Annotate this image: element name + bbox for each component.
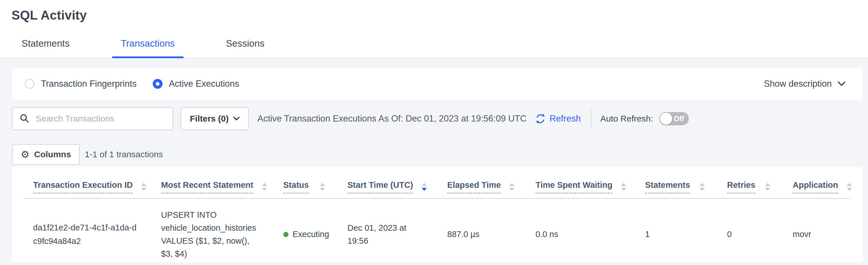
sort-icon[interactable] [700,183,705,191]
sort-icon[interactable] [320,183,325,191]
cell-retries: 0 [718,198,783,262]
radio-unselected-icon[interactable] [25,79,34,89]
sort-icon[interactable] [847,183,852,191]
table-header-row: Transaction Execution ID Most Recent Sta… [24,167,851,198]
sort-icon[interactable] [262,183,267,191]
radio-active-executions[interactable]: Active Executions [153,79,239,89]
col-header-elapsed-time[interactable]: Elapsed Time [438,167,526,198]
col-header-most-recent-statement[interactable]: Most Recent Statement [152,167,274,198]
refresh-button[interactable]: Refresh [535,113,581,125]
sort-icon-active-desc[interactable] [422,183,427,191]
col-header-application[interactable]: Application [783,167,851,198]
view-toggle-card: Transaction Fingerprints Active Executio… [12,68,862,100]
search-box[interactable] [12,107,173,130]
status-label: Executing [292,228,329,241]
col-header-time-spent-waiting[interactable]: Time Spent Waiting [526,167,636,198]
tab-transactions[interactable]: Transactions [112,38,184,58]
radio-transaction-fingerprints[interactable]: Transaction Fingerprints [25,79,136,89]
show-description-button[interactable]: Show description [764,79,845,89]
show-description-label: Show description [764,79,832,89]
refresh-label: Refresh [550,113,581,124]
cell-most-recent-statement: UPSERT INTO vehicle_location_histories V… [152,198,274,262]
cell-elapsed-time: 887.0 µs [438,198,526,262]
chevron-down-icon [838,81,845,86]
cell-transaction-execution-id[interactable]: da1f21e2-de71-4c1f-a1da-dc9fc94a84a2 [24,198,152,262]
radio-selected-icon[interactable] [153,79,162,89]
sort-icon[interactable] [509,183,515,191]
filters-label: Filters (0) [190,114,229,124]
col-header-start-time[interactable]: Start Time (UTC) [338,167,438,198]
auto-refresh-toggle[interactable]: Off [659,112,689,125]
toggle-knob[interactable] [660,113,672,125]
search-input[interactable] [36,114,166,124]
cell-time-spent-waiting: 0.0 ns [526,198,636,262]
result-count: 1-1 of 1 transactions [85,150,163,159]
page-header: SQL Activity Statements Transactions Ses… [0,0,868,58]
tab-statements[interactable]: Statements [13,38,78,58]
cell-status: Executing [274,198,338,262]
as-of-timestamp: Active Transaction Executions As Of: Dec… [257,113,527,124]
cell-start-time: Dec 01, 2023 at 19:56 [338,198,438,262]
gear-icon: ⚙ [21,150,29,159]
cell-application: movr [783,198,851,262]
sort-icon[interactable] [765,183,770,191]
table-controls: ⚙ Columns 1-1 of 1 transactions [12,144,862,165]
columns-button[interactable]: ⚙ Columns [12,144,80,165]
tab-sessions[interactable]: Sessions [217,38,273,58]
table-row[interactable]: da1f21e2-de71-4c1f-a1da-dc9fc94a84a2 UPS… [24,198,851,262]
chevron-down-icon [233,117,240,121]
auto-refresh-label: Auto Refresh: [600,114,653,124]
transactions-table: Transaction Execution ID Most Recent Sta… [24,167,851,262]
toolbar: Filters (0) Active Transaction Execution… [12,107,862,130]
col-header-statements[interactable]: Statements [636,167,718,198]
transactions-table-card: Transaction Execution ID Most Recent Sta… [12,167,862,262]
col-header-transaction-execution-id[interactable]: Transaction Execution ID [24,167,152,198]
toolbar-divider [591,109,592,128]
col-header-retries[interactable]: Retries [718,167,783,198]
radio-label: Transaction Fingerprints [41,79,136,89]
cell-statements: 1 [636,198,718,262]
status-executing-dot-icon [283,232,288,237]
toggle-state-label: Off [674,115,684,123]
search-icon [20,113,30,124]
col-header-status[interactable]: Status [274,167,338,198]
sort-icon[interactable] [621,183,626,191]
filters-button[interactable]: Filters (0) [181,107,249,130]
columns-label: Columns [34,150,71,159]
tab-bar: Statements Transactions Sessions [13,38,273,58]
sort-icon[interactable] [141,183,146,191]
page-title: SQL Activity [0,0,868,23]
refresh-icon [535,113,546,125]
radio-label: Active Executions [169,79,239,89]
